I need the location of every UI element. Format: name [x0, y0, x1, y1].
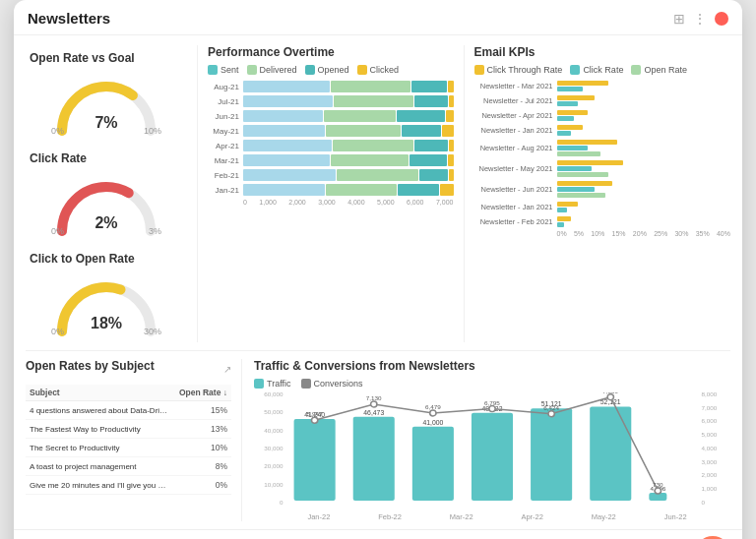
click-rate-gauge: 2% 0% 3% [47, 167, 165, 236]
kpi-bars [557, 216, 731, 227]
cr-seg [557, 131, 571, 136]
clicked-seg [449, 169, 453, 181]
traffic-legend: Traffic Conversions [254, 379, 730, 389]
subject-cell: The Fastest Way to Productivity [26, 420, 174, 439]
traffic-label: Traffic [267, 379, 291, 389]
traffic-svg: 010,00020,00030,00040,00050,00060,00001,… [254, 392, 730, 510]
subject-cell: 4 questions answered about Data-Driven [26, 401, 174, 420]
legend-clicked: Clicked [357, 65, 400, 75]
click-rate-title: Click Rate [30, 151, 183, 165]
delivered-seg [326, 184, 397, 196]
clicked-seg [440, 184, 454, 196]
clicked-seg [442, 125, 453, 137]
bar-track [243, 154, 454, 166]
cto-rate-title: Click to Open Rate [30, 252, 183, 266]
open-rate-max: 10% [144, 126, 161, 136]
window-title: Newsletters [28, 10, 110, 27]
kpi-bars [557, 110, 731, 121]
kpi-bar-row: Newsletter - Aug 2021 [474, 140, 731, 156]
or-label: Open Rate [644, 65, 687, 75]
bar-row-label: Apr-21 [208, 142, 239, 150]
kpi-row-label: Newsletter - Jan 2021 [474, 126, 553, 135]
rate-header: Open Rate ↓ [174, 385, 231, 401]
open-rate-title: Open Rate vs Goal [30, 51, 183, 65]
grid-icon[interactable]: ⊞ [673, 11, 685, 27]
svg-rect-18 [353, 417, 395, 501]
click-rate-max: 3% [149, 226, 161, 236]
bar-track [243, 95, 454, 107]
kpi-bars [557, 202, 731, 212]
performance-bar-row: Jun-21 [208, 110, 454, 122]
subject-cell: Give me 20 minutes and I'll give you Dat… [26, 476, 174, 495]
ctr-seg [557, 140, 618, 145]
bar-row-label: Jun-21 [208, 112, 239, 121]
traffic-legend-conversions: Conversions [301, 379, 363, 389]
bar-row-label: Aug-21 [208, 83, 239, 91]
performance-bar-row: May-21 [208, 125, 454, 137]
svg-point-30 [311, 417, 317, 423]
bar-track [243, 184, 454, 196]
svg-text:41,000: 41,000 [422, 419, 443, 426]
email-kpis-column: Email KPIs Click Through Rate Click Rate… [465, 45, 731, 342]
traffic-title: Traffic & Conversions from Newsletters [254, 359, 730, 373]
close-button[interactable] [715, 12, 728, 26]
svg-text:7,130: 7,130 [366, 394, 382, 401]
opened-label: Opened [318, 65, 349, 75]
click-rate-value: 2% [94, 214, 117, 232]
kpi-x-axis: 0%5%10%15%20%25%30%35%40% [474, 230, 731, 237]
kpi-bars [557, 181, 731, 198]
cto-rate-gauge: 18% 0% 30% [47, 268, 165, 336]
performance-bar-row: Apr-21 [208, 140, 454, 151]
table-row: Give me 20 minutes and I'll give you Dat… [26, 476, 231, 495]
more-icon[interactable]: ⋮ [693, 11, 707, 27]
legend-or: Open Rate [631, 65, 687, 75]
kpi-bar-row: Newsletter - May 2021 [474, 160, 731, 177]
traffic-x-axis: Jan-22Feb-22Mar-22Apr-22May-22Jun-22 [254, 512, 730, 521]
svg-text:6,424: 6,424 [543, 404, 559, 411]
clicked-dot [357, 65, 367, 75]
ctr-seg [557, 181, 612, 186]
svg-text:6,000: 6,000 [702, 418, 718, 425]
cto-rate-value: 18% [91, 315, 122, 332]
svg-text:60,000: 60,000 [264, 392, 284, 397]
x-axis-labels: 01,0002,0003,0004,0005,0006,0007,000 [208, 199, 454, 206]
rate-cell: 13% [174, 420, 231, 439]
delivered-seg [331, 154, 409, 166]
clicked-seg [446, 110, 453, 122]
cr-seg [557, 187, 596, 192]
cr-seg [557, 222, 564, 227]
bar-row-label: Jul-21 [208, 97, 239, 106]
ctr-seg [557, 110, 589, 115]
svg-rect-24 [531, 408, 572, 501]
open-rate-card: Open Rate vs Goal 7% 0% 10% [26, 45, 187, 142]
delivered-seg [337, 169, 418, 181]
rate-cell: 0% [174, 476, 231, 495]
performance-bar-row: Mar-21 [208, 154, 454, 166]
sent-seg [243, 81, 330, 92]
bar-track [243, 110, 454, 122]
kpi-bar-row: Newsletter - Jul 2021 [474, 95, 731, 106]
open-rates-header: Open Rates by Subject ↗ [26, 359, 231, 379]
svg-text:46,473: 46,473 [363, 409, 384, 416]
subject-cell: The Secret to Productivity [26, 439, 174, 457]
opened-seg [397, 110, 445, 122]
traffic-section: Traffic & Conversions from Newsletters T… [242, 359, 730, 521]
or-seg [557, 151, 600, 156]
cto-rate-min: 0% [51, 327, 64, 336]
svg-text:50,000: 50,000 [264, 408, 284, 415]
bar-row-label: Jan-21 [208, 186, 239, 195]
sent-seg [243, 125, 325, 137]
svg-point-42 [655, 488, 661, 494]
ctr-seg [557, 202, 578, 207]
open-rate-gauge: 7% 0% 10% [47, 67, 165, 136]
expand-icon[interactable]: ↗ [223, 364, 231, 375]
traffic-legend-traffic: Traffic [254, 379, 291, 389]
svg-text:730: 730 [653, 481, 663, 488]
performance-title: Performance Overtime [208, 45, 454, 59]
subject-cell: A toast to project management [26, 457, 174, 476]
svg-text:1,000: 1,000 [702, 485, 718, 492]
delivered-seg [331, 81, 410, 92]
delivered-dot [247, 65, 257, 75]
left-kpi-column: Open Rate vs Goal 7% 0% 10% Click Rate [26, 45, 198, 342]
or-seg [557, 193, 605, 198]
